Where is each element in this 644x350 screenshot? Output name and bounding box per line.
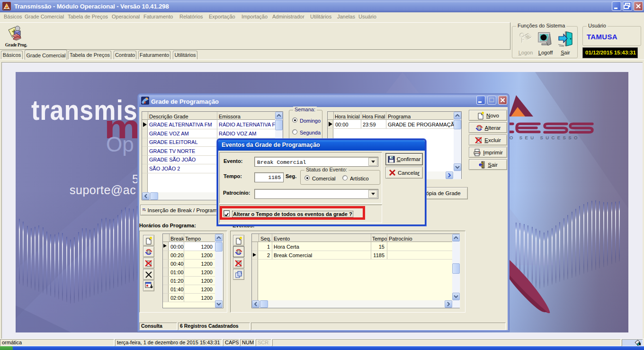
svg-text:O SEU SUCESSO: O SEU SUCESSO bbox=[510, 135, 580, 140]
